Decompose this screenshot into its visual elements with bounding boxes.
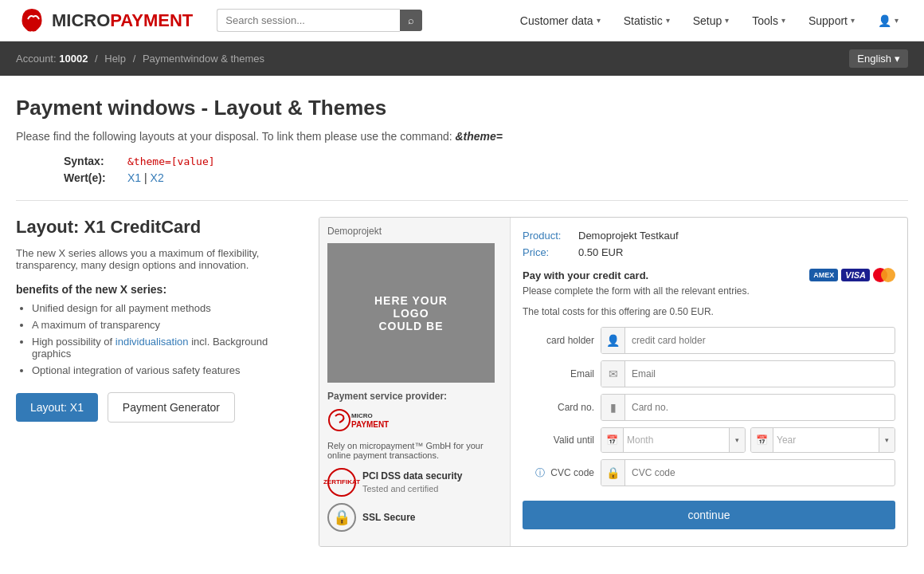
syntax-label: Syntax: xyxy=(64,155,127,167)
card-no-label: Card no. xyxy=(523,402,594,413)
svg-text:MICRO: MICRO xyxy=(351,412,373,419)
language-label: English xyxy=(857,53,891,65)
year-select[interactable]: Year xyxy=(773,431,879,450)
list-item: Optional integration of various safety f… xyxy=(32,364,303,376)
ssl-icon: 🔒 xyxy=(327,503,356,532)
nav-user[interactable]: 👤 ▾ xyxy=(868,8,908,33)
svg-point-0 xyxy=(329,410,350,431)
year-select-wrap: 📅 Year ▾ xyxy=(750,427,895,453)
valid-until-label: Valid until xyxy=(523,434,594,446)
pay-desc-1: Please complete the form with all the re… xyxy=(523,285,895,297)
demo-project-label: Demoprojekt xyxy=(327,226,502,237)
cvc-label: CVC code xyxy=(550,467,594,478)
valid-until-wrap: 📅 Month ▾ 📅 Year xyxy=(601,427,895,453)
ssl-badge: 🔒 SSL Secure xyxy=(327,503,502,532)
visa-icon: VISA xyxy=(841,269,870,281)
individualisation-link[interactable]: individualisation xyxy=(116,336,189,348)
amex-icon: AMEX xyxy=(809,269,838,281)
logo: MICROPAYMENT xyxy=(16,5,193,37)
micropayment-logo: MICRO PAYMENT xyxy=(327,408,502,434)
breadcrumb: Account: 10002 / Help / Paymentwindow & … xyxy=(16,53,264,65)
micropayment-logo-icon: MICRO PAYMENT xyxy=(327,408,431,432)
pci-badge: ZERTIFIKAT PCI DSS data security Tested … xyxy=(327,468,502,497)
continue-button[interactable]: continue xyxy=(523,501,895,529)
search-area: ⌕ xyxy=(217,9,456,32)
email-input[interactable] xyxy=(625,364,895,384)
email-label: Email xyxy=(523,368,594,379)
chevron-down-icon: ▾ xyxy=(666,16,670,25)
syntax-row: Syntax: &theme=[value] xyxy=(64,155,908,167)
logo-micro-text: MICRO xyxy=(52,10,110,30)
person-icon: 👤 xyxy=(601,328,625,353)
month-select-wrap: 📅 Month ▾ xyxy=(601,427,746,453)
cvc-info-icon[interactable]: ⓘ xyxy=(535,467,545,478)
pci-circle: ZERTIFIKAT xyxy=(327,468,356,497)
provider-label: Payment service provider: xyxy=(327,391,502,402)
chevron-down-icon: ▾ xyxy=(851,16,855,25)
calendar-icon: 📅 xyxy=(751,428,773,452)
nav-support[interactable]: Support ▾ xyxy=(799,8,864,33)
lock-icon: 🔒 xyxy=(601,460,625,486)
pay-heading: Pay with your credit card. AMEX VISA xyxy=(523,268,895,282)
card-icon: ▮ xyxy=(601,395,625,420)
demo-inner: Demoprojekt HERE YOUR LOGO COULD BE Paym… xyxy=(319,218,907,546)
card-holder-row: card holder 👤 xyxy=(523,327,895,354)
layout-x1-button[interactable]: Layout: X1 xyxy=(16,393,98,422)
payment-generator-button[interactable]: Payment Generator xyxy=(108,392,235,423)
cvc-input-wrap: 🔒 xyxy=(601,459,895,486)
account-id: 10002 xyxy=(59,53,88,65)
price-label: Price: xyxy=(523,246,578,258)
wert-value: X1 | X2 xyxy=(127,171,164,184)
valid-until-row: Valid until 📅 Month ▾ 📅 xyxy=(523,427,895,453)
logo-icon xyxy=(16,5,48,37)
layout-buttons: Layout: X1 Payment Generator xyxy=(16,392,303,423)
chevron-down-icon: ▾ xyxy=(597,16,601,25)
product-label: Product: xyxy=(523,230,578,242)
breadcrumb-help-link[interactable]: Help xyxy=(104,53,126,65)
search-button[interactable]: ⌕ xyxy=(400,10,422,31)
nav-tools[interactable]: Tools ▾ xyxy=(742,8,795,33)
card-icons: AMEX VISA xyxy=(809,268,895,282)
chevron-down-icon: ▾ xyxy=(781,16,785,25)
pay-desc-2: The total costs for this offering are 0.… xyxy=(523,306,895,317)
divider xyxy=(16,200,908,201)
month-select[interactable]: Month xyxy=(624,431,729,450)
mastercard-icon xyxy=(873,268,895,282)
layout-description: Layout: X1 CreditCard The new X series a… xyxy=(16,217,319,547)
card-no-input[interactable] xyxy=(625,397,895,418)
list-item: High possibility of individualisation in… xyxy=(32,336,303,360)
list-item: Unified design for all payment methods xyxy=(32,302,303,314)
demo-right-panel: Product: Demoprojekt Testkauf Price: 0.5… xyxy=(511,218,907,546)
top-navigation: MICROPAYMENT ⌕ Customer data ▾ Statistic… xyxy=(0,0,924,41)
syntax-block: Syntax: &theme=[value] Wert(e): X1 | X2 xyxy=(64,155,908,184)
nav-setup[interactable]: Setup ▾ xyxy=(683,8,739,33)
main-content: Payment windows - Layout & Themes Please… xyxy=(0,76,924,567)
nav-statistic[interactable]: Statistic ▾ xyxy=(614,8,679,33)
wert-row: Wert(e): X1 | X2 xyxy=(64,171,908,184)
cvc-input[interactable] xyxy=(625,462,895,483)
wert-x1-link[interactable]: X1 xyxy=(127,171,141,184)
breadcrumb-current: Paymentwindow & themes xyxy=(143,53,264,65)
demo-logo-placeholder: HERE YOUR LOGO COULD BE xyxy=(327,243,495,383)
command-text: &theme= xyxy=(456,130,503,143)
card-no-input-wrap: ▮ xyxy=(601,394,895,421)
product-value: Demoprojekt Testkauf xyxy=(578,230,679,242)
nav-customer-data[interactable]: Customer data ▾ xyxy=(511,8,610,33)
card-no-row: Card no. ▮ xyxy=(523,394,895,421)
chevron-down-icon: ▾ xyxy=(729,428,745,452)
layout-desc: The new X series allows you a maximum of… xyxy=(16,247,303,271)
calendar-icon: 📅 xyxy=(601,428,624,452)
demo-left-panel: Demoprojekt HERE YOUR LOGO COULD BE Paym… xyxy=(319,218,511,546)
cvc-label-wrap: ⓘ CVC code xyxy=(523,466,594,480)
search-icon: ⌕ xyxy=(408,14,414,26)
pci-sub: Tested and certified xyxy=(362,484,438,493)
card-holder-input[interactable] xyxy=(625,330,895,351)
search-input[interactable] xyxy=(217,9,400,32)
demo-window: Demoprojekt HERE YOUR LOGO COULD BE Paym… xyxy=(319,217,908,547)
user-icon: 👤 xyxy=(878,14,891,27)
language-selector[interactable]: English ▾ xyxy=(849,49,908,68)
email-input-wrap: ✉ xyxy=(601,360,895,387)
card-holder-input-wrap: 👤 xyxy=(601,327,895,354)
card-holder-label: card holder xyxy=(523,335,594,346)
wert-x2-link[interactable]: X2 xyxy=(151,171,164,184)
